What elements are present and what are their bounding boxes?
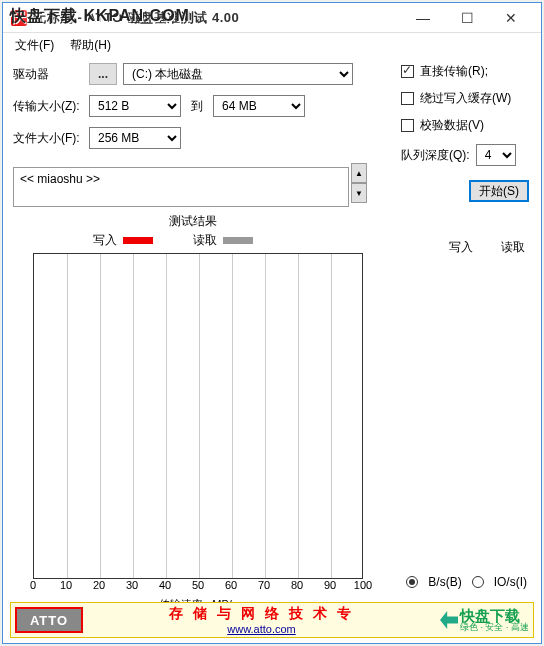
col-read: 读取 — [501, 239, 525, 256]
x-tick-label: 50 — [192, 579, 204, 591]
x-tick-label: 100 — [354, 579, 372, 591]
grid-line — [100, 254, 101, 578]
x-tick-label: 80 — [291, 579, 303, 591]
kkpan-arrow-icon — [440, 611, 458, 629]
x-tick-label: 90 — [324, 579, 336, 591]
result-column-headers: 写入 读取 — [449, 239, 525, 256]
x-tick-label: 70 — [258, 579, 270, 591]
x-axis-ticks: 0102030405060708090100 — [33, 579, 363, 595]
kkpan-tagline: 绿色 · 安全 · 高速 — [460, 623, 529, 632]
kkpan-name: 快盘下载 — [460, 608, 520, 623]
legend-write-label: 写入 — [93, 232, 117, 249]
x-tick-label: 30 — [126, 579, 138, 591]
drive-select[interactable]: (C:) 本地磁盘 — [123, 63, 353, 85]
x-tick-label: 10 — [60, 579, 72, 591]
maximize-button[interactable]: ☐ — [445, 4, 489, 32]
options-column: 直接传输(R); 绕过写入缓存(W) 校验数据(V) 队列深度(Q): 4 开始… — [401, 63, 529, 202]
grid-line — [133, 254, 134, 578]
minimize-button[interactable]: — — [401, 4, 445, 32]
transfer-size-label: 传输大小(Z): — [13, 98, 83, 115]
grid-line — [331, 254, 332, 578]
grid-line — [166, 254, 167, 578]
banner-slogan: 存 储 与 网 络 技 术 专 — [91, 605, 432, 623]
radio-bytes[interactable] — [406, 576, 418, 588]
app-icon — [11, 10, 27, 26]
drive-label: 驱动器 — [13, 66, 83, 83]
radio-ios-label: IO/s(I) — [494, 575, 527, 589]
menu-help[interactable]: 帮助(H) — [62, 34, 119, 57]
banner-url[interactable]: www.atto.com — [91, 623, 432, 635]
grid-line — [199, 254, 200, 578]
atto-logo: ATTO — [15, 607, 83, 633]
close-button[interactable]: ✕ — [489, 4, 533, 32]
verify-data-label: 校验数据(V) — [420, 117, 484, 134]
queue-depth-label: 队列深度(Q): — [401, 147, 470, 164]
bypass-cache-label: 绕过写入缓存(W) — [420, 90, 511, 107]
description-textarea[interactable]: << miaoshu >> — [13, 167, 349, 207]
footer-banner: ATTO 存 储 与 网 络 技 术 专 www.atto.com 快盘下载 绿… — [10, 602, 534, 638]
legend-write-swatch — [123, 237, 153, 244]
file-size-label: 文件大小(F): — [13, 130, 83, 147]
direct-io-label: 直接传输(R); — [420, 63, 488, 80]
transfer-min-select[interactable]: 512 B — [89, 95, 181, 117]
transfer-max-select[interactable]: 64 MB — [213, 95, 305, 117]
grid-line — [232, 254, 233, 578]
results-title: 测试结果 — [143, 213, 243, 230]
kkpan-logo: 快盘下载 绿色 · 安全 · 高速 — [440, 608, 529, 632]
menu-file[interactable]: 文件(F) — [7, 34, 62, 57]
x-tick-label: 40 — [159, 579, 171, 591]
verify-data-checkbox[interactable] — [401, 119, 414, 132]
legend-read-label: 读取 — [193, 232, 217, 249]
app-window: 无标题 - ATTO 磁盘基准测试 4.00 — ☐ ✕ 文件(F) 帮助(H)… — [2, 2, 542, 644]
x-tick-label: 60 — [225, 579, 237, 591]
bypass-cache-checkbox[interactable] — [401, 92, 414, 105]
file-size-select[interactable]: 256 MB — [89, 127, 181, 149]
desc-spin-down[interactable]: ▼ — [351, 183, 367, 203]
browse-button[interactable]: ... — [89, 63, 117, 85]
radio-ios[interactable] — [472, 576, 484, 588]
chart-plot-area — [33, 253, 363, 579]
radio-bytes-label: B/s(B) — [428, 575, 461, 589]
grid-line — [265, 254, 266, 578]
legend-read-swatch — [223, 237, 253, 244]
desc-spin-up[interactable]: ▲ — [351, 163, 367, 183]
queue-depth-select[interactable]: 4 — [476, 144, 516, 166]
direct-io-checkbox[interactable] — [401, 65, 414, 78]
unit-radio-group: B/s(B) IO/s(I) — [406, 575, 527, 589]
menubar: 文件(F) 帮助(H) — [3, 33, 541, 57]
content-area: 驱动器 ... (C:) 本地磁盘 传输大小(Z): 512 B 到 64 MB… — [3, 57, 541, 616]
titlebar: 无标题 - ATTO 磁盘基准测试 4.00 — ☐ ✕ — [3, 3, 541, 33]
x-tick-label: 0 — [30, 579, 36, 591]
grid-line — [298, 254, 299, 578]
banner-text: 存 储 与 网 络 技 术 专 www.atto.com — [91, 605, 432, 635]
x-tick-label: 20 — [93, 579, 105, 591]
window-title: 无标题 - ATTO 磁盘基准测试 4.00 — [33, 9, 401, 27]
start-button[interactable]: 开始(S) — [469, 180, 529, 202]
grid-line — [67, 254, 68, 578]
to-label: 到 — [191, 98, 203, 115]
col-write: 写入 — [449, 239, 473, 256]
